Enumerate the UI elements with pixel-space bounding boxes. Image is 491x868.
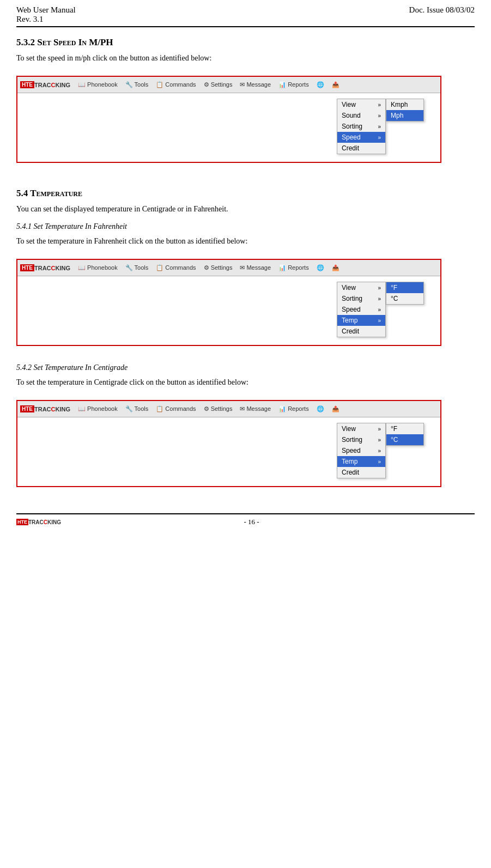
dropdown-menu-3: View » Sorting » Speed » Temp » Credit <box>337 423 386 478</box>
screenshot-3: HTE TRACCKING 📖 Phonebook 🔧 Tools 📋 Comm… <box>16 400 441 487</box>
submenu-f-2[interactable]: °F <box>386 282 423 293</box>
menu-item-sound-1[interactable]: Sound » <box>337 110 385 121</box>
dropdown-menu-1: View » Sound » Sorting » Speed » Credit <box>337 99 386 154</box>
section-541-intro: To set the temperature in Fahrenheit cli… <box>16 235 475 247</box>
navbar-logo-2: HTE TRACCKING <box>20 264 70 271</box>
menu-item-view-3[interactable]: View » <box>337 423 385 434</box>
menu-item-credit-2[interactable]: Credit <box>337 326 385 337</box>
submenu-3: °F °C <box>386 423 424 446</box>
navbar-1: HTE TRACCKING 📖 Phonebook 🔧 Tools 📋 Comm… <box>17 77 440 93</box>
footer-logo-text: TRACCKING <box>28 519 61 525</box>
menu-item-credit-3[interactable]: Credit <box>337 467 385 478</box>
nav-tools-2[interactable]: 🔧 Tools <box>122 263 152 272</box>
section-542-intro: To set the temperature in Centigrade cli… <box>16 377 475 388</box>
submenu-1: Kmph Mph <box>386 99 424 122</box>
nav-export-2[interactable]: 📤 <box>329 263 343 272</box>
nav-reports-1[interactable]: 📊 Reports <box>275 80 312 89</box>
logo-text-2: TRACCKING <box>34 265 70 271</box>
section-541-heading: 5.4.1 Set Temperature In Fahrenheit <box>16 222 475 231</box>
header-rev: Rev. 3.1 <box>16 15 76 24</box>
dropdown-container-1: View » Sound » Sorting » Speed » Credit … <box>28 99 429 154</box>
nav-message-1[interactable]: ✉ Message <box>237 80 274 89</box>
header-title: Web User Manual <box>16 5 76 15</box>
menu-item-temp-2[interactable]: Temp » <box>337 315 385 326</box>
nav-message-2[interactable]: ✉ Message <box>237 263 274 272</box>
header-right: Doc. Issue 08/03/02 <box>409 5 475 15</box>
nav-export-3[interactable]: 📤 <box>329 404 343 414</box>
logo-box-1: HTE <box>20 81 34 88</box>
nav-settings-3[interactable]: ⚙ Settings <box>201 404 236 414</box>
footer-logo: HTE TRACCKING <box>16 519 61 525</box>
nav-phonebook-2[interactable]: 📖 Phonebook <box>75 263 121 272</box>
section-54-intro: You can set the displayed temperature in… <box>16 203 475 215</box>
dropdown-container-3: View » Sorting » Speed » Temp » Credit °… <box>28 423 429 478</box>
nav-reports-2[interactable]: 📊 Reports <box>275 263 312 272</box>
nav-globe-1[interactable]: 🌐 <box>313 80 328 89</box>
menu-item-sorting-3[interactable]: Sorting » <box>337 434 385 445</box>
submenu-c-2[interactable]: °C <box>386 293 423 304</box>
menu-item-view-2[interactable]: View » <box>337 282 385 293</box>
nav-reports-3[interactable]: 📊 Reports <box>275 404 312 414</box>
submenu-f-3[interactable]: °F <box>386 423 423 434</box>
menu-row-2: View » Sorting » Speed » Temp » Credit °… <box>337 282 424 337</box>
page-footer: HTE TRACCKING - 16 - <box>16 513 475 526</box>
nav-commands-3[interactable]: 📋 Commands <box>153 404 199 414</box>
logo-text-1: TRACCKING <box>34 82 70 88</box>
nav-tools-1[interactable]: 🔧 Tools <box>122 80 152 89</box>
submenu-2: °F °C <box>386 282 424 305</box>
nav-globe-3[interactable]: 🌐 <box>313 404 328 414</box>
nav-settings-2[interactable]: ⚙ Settings <box>201 263 236 272</box>
menu-area-1: View » Sound » Sorting » Speed » Credit … <box>17 93 440 162</box>
screenshot-1: HTE TRACCKING 📖 Phonebook 🔧 Tools 📋 Comm… <box>16 76 441 163</box>
navbar-3: HTE TRACCKING 📖 Phonebook 🔧 Tools 📋 Comm… <box>17 401 440 417</box>
menu-area-2: View » Sorting » Speed » Temp » Credit °… <box>17 276 440 345</box>
nav-export-1[interactable]: 📤 <box>329 80 343 89</box>
screenshot-2: HTE TRACCKING 📖 Phonebook 🔧 Tools 📋 Comm… <box>16 259 441 346</box>
section-54-heading: 5.4 Temperature <box>16 188 475 199</box>
menu-item-speed-3[interactable]: Speed » <box>337 445 385 456</box>
nav-commands-2[interactable]: 📋 Commands <box>153 263 199 272</box>
menu-item-temp-3[interactable]: Temp » <box>337 456 385 467</box>
header-left: Web User Manual Rev. 3.1 <box>16 5 76 24</box>
menu-row-3: View » Sorting » Speed » Temp » Credit °… <box>337 423 424 478</box>
dropdown-container-2: View » Sorting » Speed » Temp » Credit °… <box>28 282 429 337</box>
section-542-heading: 5.4.2 Set Temperature In Centigrade <box>16 363 475 372</box>
menu-item-sorting-1[interactable]: Sorting » <box>337 121 385 132</box>
menu-item-sorting-2[interactable]: Sorting » <box>337 293 385 304</box>
nav-phonebook-3[interactable]: 📖 Phonebook <box>75 404 121 414</box>
page-wrapper: Web User Manual Rev. 3.1 Doc. Issue 08/0… <box>0 0 491 868</box>
navbar-2: HTE TRACCKING 📖 Phonebook 🔧 Tools 📋 Comm… <box>17 260 440 276</box>
nav-phonebook-1[interactable]: 📖 Phonebook <box>75 80 121 89</box>
nav-globe-2[interactable]: 🌐 <box>313 263 328 272</box>
menu-item-speed-2[interactable]: Speed » <box>337 304 385 315</box>
navbar-logo-3: HTE TRACCKING <box>20 405 70 412</box>
page-number: - 16 - <box>61 518 442 526</box>
footer-logo-box: HTE <box>16 519 28 525</box>
menu-item-view-1[interactable]: View » <box>337 99 385 110</box>
logo-box-3: HTE <box>20 405 34 412</box>
logo-box-2: HTE <box>20 264 34 271</box>
logo-text-3: TRACCKING <box>34 406 70 412</box>
nav-commands-1[interactable]: 📋 Commands <box>153 80 199 89</box>
menu-area-3: View » Sorting » Speed » Temp » Credit °… <box>17 417 440 486</box>
submenu-kmph-1[interactable]: Kmph <box>386 99 423 110</box>
menu-row-1: View » Sound » Sorting » Speed » Credit … <box>337 99 424 154</box>
menu-item-credit-1[interactable]: Credit <box>337 143 385 154</box>
dropdown-menu-2: View » Sorting » Speed » Temp » Credit <box>337 282 386 337</box>
navbar-logo-1: HTE TRACCKING <box>20 81 70 88</box>
submenu-mph-1[interactable]: Mph <box>386 110 423 121</box>
menu-item-speed-1[interactable]: Speed » <box>337 132 385 143</box>
nav-settings-1[interactable]: ⚙ Settings <box>201 80 236 89</box>
section-532-intro: To set the speed in m/ph click on the bu… <box>16 52 475 64</box>
submenu-c-3[interactable]: °C <box>386 434 423 445</box>
nav-tools-3[interactable]: 🔧 Tools <box>122 404 152 414</box>
nav-message-3[interactable]: ✉ Message <box>237 404 274 414</box>
section-532-heading: 5.3.2 Set Speed In M/PH <box>16 37 475 48</box>
page-header: Web User Manual Rev. 3.1 Doc. Issue 08/0… <box>16 5 475 27</box>
